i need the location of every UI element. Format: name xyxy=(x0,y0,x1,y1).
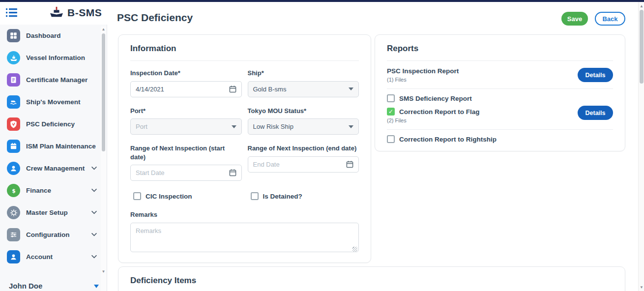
chevron-down-icon xyxy=(91,211,97,214)
range-start-input[interactable] xyxy=(130,165,242,181)
save-button[interactable]: Save xyxy=(561,12,588,26)
sidebar-item-dashboard[interactable]: Dashboard xyxy=(0,25,107,47)
tokyo-mou-status-value: Low Risk Ship xyxy=(253,123,345,130)
range-start-label: Range of Next Inspection (start date) xyxy=(130,144,242,161)
scroll-up-icon[interactable]: ▲ xyxy=(101,27,106,32)
port-field: Port* Port xyxy=(130,107,242,135)
divider xyxy=(387,129,613,130)
remarks-field: Remarks xyxy=(130,210,359,254)
caret-down-icon xyxy=(349,125,353,128)
cic-inspection-checkbox[interactable] xyxy=(133,192,141,200)
sidebar-item-certificate-manager[interactable]: Certificate Manager xyxy=(0,69,107,91)
calendar-icon[interactable] xyxy=(229,169,236,176)
range-end-input[interactable] xyxy=(248,156,359,173)
correction-flag-label: Correction Report to Flag xyxy=(399,108,480,116)
is-detained-checkbox[interactable] xyxy=(251,192,259,200)
sms-deficiency-report-checkbox[interactable] xyxy=(387,94,395,102)
deficiency-items-title: Deficiency Items xyxy=(130,276,613,286)
inspection-date-label: Inspection Date* xyxy=(130,69,242,78)
calendar-icon[interactable] xyxy=(346,161,353,168)
brand-logo: B-SMS xyxy=(49,6,102,20)
sidebar-item-label: Finance xyxy=(26,187,51,194)
range-start-field: Range of Next Inspection (start date) xyxy=(130,144,242,181)
correction-flag-check-row[interactable]: Correction Report to Flag xyxy=(387,108,480,116)
remarks-textarea[interactable] xyxy=(130,223,359,252)
dashboard-icon xyxy=(7,29,20,42)
information-card: Information Inspection Date* Ship* Gold … xyxy=(118,34,371,263)
correction-flag-files: (2) Files xyxy=(387,117,480,123)
ship-select[interactable]: Gold B-sms xyxy=(248,81,359,97)
reports-title: Reports xyxy=(387,44,613,61)
correction-report-rightship-row[interactable]: Correction Report to Rightship xyxy=(387,135,613,143)
hamburger-icon xyxy=(6,10,17,19)
ism-calendar-icon xyxy=(7,140,20,153)
correction-rightship-label: Correction Report to Rightship xyxy=(399,136,497,143)
page-scrollbar[interactable]: ▲ ▼ xyxy=(638,2,644,291)
sidebar-item-account[interactable]: Account xyxy=(0,246,107,268)
brand-name: B-SMS xyxy=(67,7,102,19)
sidebar-item-ism-plan-maintenance[interactable]: ISM Plan Maintenance xyxy=(0,135,107,157)
divider xyxy=(387,88,613,89)
sidebar-item-vessel-information[interactable]: Vessel Information xyxy=(0,47,107,69)
cic-inspection-label: CIC Inspection xyxy=(146,193,192,200)
sidebar-item-crew-management[interactable]: Crew Management xyxy=(0,157,107,179)
tokyo-mou-status-select[interactable]: Low Risk Ship xyxy=(248,118,359,135)
port-placeholder: Port xyxy=(136,123,228,130)
inspection-date-value[interactable] xyxy=(136,86,225,93)
correction-flag-checkbox[interactable] xyxy=(387,108,395,116)
ship-logo-icon xyxy=(49,6,64,20)
correction-rightship-checkbox[interactable] xyxy=(387,135,395,143)
ship-movement-icon xyxy=(7,95,20,109)
vessel-icon xyxy=(7,51,20,64)
sidebar-item-label: Vessel Information xyxy=(26,54,85,61)
range-start-value[interactable] xyxy=(136,169,225,176)
menu-toggle-button[interactable] xyxy=(6,8,18,18)
range-end-value[interactable] xyxy=(253,161,343,168)
back-button[interactable]: Back xyxy=(595,12,625,26)
main-content: Information Inspection Date* Ship* Gold … xyxy=(107,28,638,291)
tokyo-mou-status-label: Tokyo MOU Status* xyxy=(248,107,359,116)
correction-flag-details-button[interactable]: Details xyxy=(578,106,613,120)
sidebar-item-psc-deficiency[interactable]: PSC Deficiency xyxy=(0,113,107,135)
calendar-icon[interactable] xyxy=(229,86,236,93)
sidebar-item-ships-movement[interactable]: Ship's Movement xyxy=(0,91,107,113)
remarks-label: Remarks xyxy=(130,210,359,219)
sidebar-item-label: PSC Deficiency xyxy=(26,120,75,128)
chevron-down-icon xyxy=(91,255,97,259)
is-detained-label: Is Detained? xyxy=(263,193,302,200)
port-select[interactable]: Port xyxy=(130,118,242,135)
tokyo-mou-status-field: Tokyo MOU Status* Low Risk Ship xyxy=(248,107,359,135)
ship-selected-value: Gold B-sms xyxy=(253,86,345,93)
sidebar-nav: Dashboard Vessel Information Certificate… xyxy=(0,25,107,268)
ship-field: Ship* Gold B-sms xyxy=(248,69,359,97)
caret-down-icon xyxy=(349,87,353,90)
range-end-label: Range of Next Inspection (end date) xyxy=(248,144,359,153)
user-name: John Doe xyxy=(9,282,42,290)
ship-label: Ship* xyxy=(248,69,359,78)
sidebar-item-label: Master Setup xyxy=(26,209,68,216)
top-accent-bar xyxy=(0,0,644,2)
user-menu[interactable]: John Doe xyxy=(0,277,107,291)
sidebar-item-master-setup[interactable]: Master Setup xyxy=(0,202,107,224)
scrollbar-thumb[interactable] xyxy=(102,33,105,151)
scroll-down-icon[interactable]: ▼ xyxy=(639,284,644,290)
is-detained-checkbox-row[interactable]: Is Detained? xyxy=(248,192,359,200)
scroll-up-icon[interactable]: ▲ xyxy=(639,3,644,9)
master-setup-icon xyxy=(7,206,20,219)
caret-down-icon xyxy=(94,281,99,290)
sidebar-item-label: Ship's Movement xyxy=(26,98,80,106)
sidebar-scrollbar[interactable]: ▲ ▼ xyxy=(101,27,106,291)
sms-deficiency-report-label: SMS Deficiency Report xyxy=(399,95,472,102)
sidebar-item-configuration[interactable]: Configuration xyxy=(0,224,107,246)
remarks-textarea-wrap xyxy=(130,223,359,254)
inspection-date-input[interactable] xyxy=(130,81,242,97)
sidebar-item-label: ISM Plan Maintenance xyxy=(26,143,96,150)
sidebar-item-finance[interactable]: $ Finance xyxy=(0,179,107,202)
certificate-icon xyxy=(7,73,20,87)
sms-deficiency-report-row[interactable]: SMS Deficiency Report xyxy=(387,94,613,102)
sidebar-item-label: Configuration xyxy=(26,231,69,238)
scroll-down-icon[interactable]: ▼ xyxy=(101,269,106,274)
scrollbar-thumb[interactable] xyxy=(640,10,644,84)
cic-inspection-checkbox-row[interactable]: CIC Inspection xyxy=(130,192,242,200)
psc-report-details-button[interactable]: Details xyxy=(578,68,613,82)
